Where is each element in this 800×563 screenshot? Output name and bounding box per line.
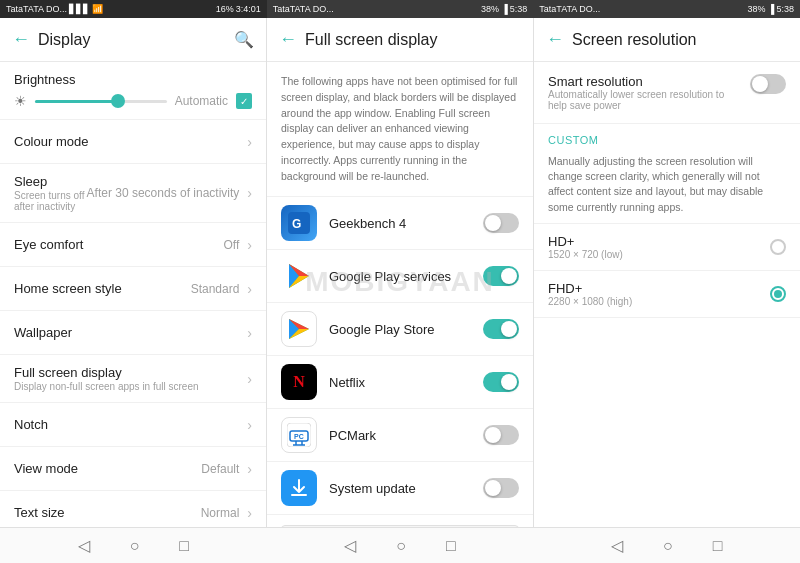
status-bar-2-left: TataTATA DO...	[273, 4, 334, 14]
brightness-low-icon: ☀	[14, 93, 27, 109]
sr-title: Screen resolution	[572, 31, 788, 49]
status-bar-1: TataTATA DO... ▋▋▋ 📶 16% 3:4:01	[0, 0, 267, 18]
nav-recent-icon-3[interactable]: □	[713, 537, 723, 555]
view-mode-chevron: ›	[247, 461, 252, 477]
toggle-sysupdate[interactable]	[483, 478, 519, 498]
panel-screen-resolution: ← Screen resolution Smart resolution Aut…	[534, 18, 800, 527]
hd-plus-sub: 1520 × 720 (low)	[548, 249, 760, 260]
status-bar-1-right: 16% 3:4:01	[216, 4, 261, 14]
fhd-plus-label: FHD+	[548, 281, 760, 296]
play-services-icon	[281, 258, 317, 294]
toggle-play-services[interactable]	[483, 266, 519, 286]
display-title: Display	[38, 31, 226, 49]
nav-back-icon-3[interactable]: ◁	[611, 536, 623, 555]
view-mode-left: View mode	[14, 461, 201, 476]
app-name-geekbench: Geekbench 4	[329, 216, 471, 231]
smart-resolution-sub: Automatically lower screen resolution to…	[548, 89, 740, 111]
toggle-netflix[interactable]	[483, 372, 519, 392]
custom-section-title: CUSTOM	[534, 124, 800, 150]
smart-resolution-toggle[interactable]	[750, 74, 786, 94]
fhd-plus-radio[interactable]	[770, 286, 786, 302]
text-size-left: Text size	[14, 505, 201, 520]
eye-comfort-chevron: ›	[247, 237, 252, 253]
toggle-play-store[interactable]	[483, 319, 519, 339]
smart-resolution-row: Smart resolution Automatically lower scr…	[534, 62, 800, 124]
brightness-label: Brightness	[14, 72, 252, 87]
hd-plus-row[interactable]: HD+ 1520 × 720 (low)	[534, 224, 800, 271]
colour-mode-left: Colour mode	[14, 134, 243, 149]
nav-home-icon-2[interactable]: ○	[396, 537, 406, 555]
full-screen-display-chevron: ›	[247, 371, 252, 387]
panel-fullscreen: ← Full screen display The following apps…	[267, 18, 534, 527]
toggle-pcmark[interactable]	[483, 425, 519, 445]
home-screen-style-left: Home screen style	[14, 281, 191, 296]
colour-mode-row[interactable]: Colour mode ›	[0, 120, 266, 164]
display-settings-list: Brightness ☀ Automatic ✓ Colour mode	[0, 62, 266, 527]
wallpaper-row[interactable]: Wallpaper ›	[0, 311, 266, 355]
fullscreen-back-button[interactable]: ←	[279, 29, 297, 50]
battery-1: 16%	[216, 4, 234, 14]
sleep-sub: Screen turns off after inactivity	[14, 190, 87, 212]
sr-back-button[interactable]: ←	[546, 29, 564, 50]
toggle-knob-sysupdate	[485, 480, 501, 496]
text-size-chevron: ›	[247, 505, 252, 521]
home-screen-style-row[interactable]: Home screen style Standard ›	[0, 267, 266, 311]
app-name-play-store: Google Play Store	[329, 322, 471, 337]
smart-resolution-info: Smart resolution Automatically lower scr…	[548, 74, 740, 111]
app-row-geekbench: G Geekbench 4	[267, 197, 533, 250]
carrier-1: TataTATA DO...	[6, 4, 67, 14]
nav-bar-3: ◁ ○ □	[533, 527, 800, 563]
full-screen-display-right: ›	[243, 371, 252, 387]
hd-plus-info: HD+ 1520 × 720 (low)	[548, 234, 760, 260]
full-screen-display-row[interactable]: Full screen display Display non-full scr…	[0, 355, 266, 403]
app-name-sysupdate: System update	[329, 481, 471, 496]
notch-row[interactable]: Notch ›	[0, 403, 266, 447]
toggle-knob-pcmark	[485, 427, 501, 443]
wifi-icon-1: 📶	[92, 4, 103, 14]
sleep-label: Sleep	[14, 174, 87, 189]
toggle-geekbench[interactable]	[483, 213, 519, 233]
nav-recent-icon-1[interactable]: □	[179, 537, 189, 555]
toggle-knob-play-store	[501, 321, 517, 337]
time-2: 5:38	[510, 4, 528, 14]
nav-home-icon-3[interactable]: ○	[663, 537, 673, 555]
text-size-value: Normal	[201, 506, 240, 520]
wallpaper-right: ›	[243, 325, 252, 341]
brightness-auto-checkbox[interactable]: ✓	[236, 93, 252, 109]
view-mode-row[interactable]: View mode Default ›	[0, 447, 266, 491]
nav-back-icon-2[interactable]: ◁	[344, 536, 356, 555]
wallpaper-left: Wallpaper	[14, 325, 243, 340]
search-icon[interactable]: 🔍	[234, 30, 254, 49]
fhd-plus-row[interactable]: FHD+ 2280 × 1080 (high)	[534, 271, 800, 318]
pcmark-icon: PC	[281, 417, 317, 453]
eye-comfort-row[interactable]: Eye comfort Off ›	[0, 223, 266, 267]
brightness-thumb[interactable]	[111, 94, 125, 108]
status-bar-1-left: TataTATA DO... ▋▋▋ 📶	[6, 4, 103, 14]
brightness-slider[interactable]	[35, 100, 167, 103]
hd-plus-radio[interactable]	[770, 239, 786, 255]
brightness-fill	[35, 100, 114, 103]
eye-comfort-left: Eye comfort	[14, 237, 224, 252]
notch-left: Notch	[14, 417, 243, 432]
smart-resolution-toggle-knob	[752, 76, 768, 92]
colour-mode-right: ›	[243, 134, 252, 150]
svg-rect-17	[291, 494, 307, 496]
full-screen-display-sub: Display non-full screen apps in full scr…	[14, 381, 243, 392]
smart-resolution-title: Smart resolution	[548, 74, 740, 89]
wallpaper-label: Wallpaper	[14, 325, 243, 340]
home-screen-style-value: Standard	[191, 282, 240, 296]
text-size-row[interactable]: Text size Normal ›	[0, 491, 266, 527]
sleep-row[interactable]: Sleep Screen turns off after inactivity …	[0, 164, 266, 223]
toggle-knob-netflix	[501, 374, 517, 390]
time-1: 3:4:01	[236, 4, 261, 14]
nav-back-icon-1[interactable]: ◁	[78, 536, 90, 555]
hd-plus-label: HD+	[548, 234, 760, 249]
sr-content: Smart resolution Automatically lower scr…	[534, 62, 800, 527]
full-screen-display-left: Full screen display Display non-full scr…	[14, 365, 243, 392]
display-back-button[interactable]: ←	[12, 29, 30, 50]
nav-recent-icon-2[interactable]: □	[446, 537, 456, 555]
status-bar-2: TataTATA DO... 38% ▐ 5:38	[267, 0, 534, 18]
notch-right: ›	[243, 417, 252, 433]
home-screen-style-chevron: ›	[247, 281, 252, 297]
nav-home-icon-1[interactable]: ○	[130, 537, 140, 555]
